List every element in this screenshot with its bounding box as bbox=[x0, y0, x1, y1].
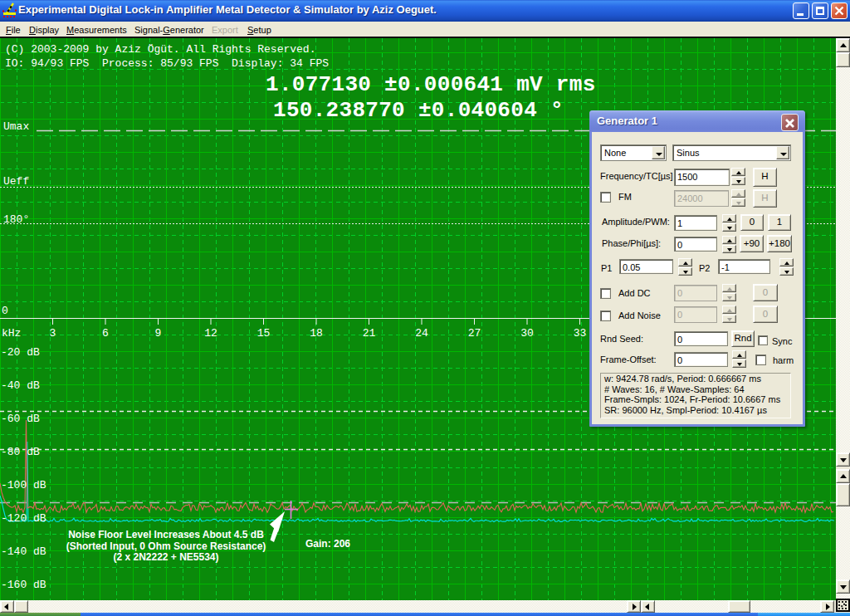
svg-text:0: 0 bbox=[2, 305, 8, 317]
svg-text:-100 dB: -100 dB bbox=[1, 479, 46, 491]
svg-text:IO: 94/93 FPS Process: 85/93: IO: 94/93 FPS Process: 85/93 FPS Display… bbox=[5, 57, 329, 70]
svg-text:21: 21 bbox=[363, 327, 376, 340]
svg-text:-20 dB: -20 dB bbox=[1, 346, 40, 359]
svg-text:30: 30 bbox=[520, 327, 534, 340]
svg-text:-40 dB: -40 dB bbox=[1, 379, 40, 392]
svg-text:18: 18 bbox=[310, 327, 323, 340]
svg-text:(Shorted Input, 0 Ohm Source R: (Shorted Input, 0 Ohm Source Resistance) bbox=[66, 540, 266, 552]
svg-text:27: 27 bbox=[468, 327, 481, 340]
svg-text:24: 24 bbox=[415, 327, 428, 340]
svg-text:-160 dB: -160 dB bbox=[1, 579, 46, 591]
svg-text:-120 dB: -120 dB bbox=[1, 512, 46, 525]
svg-text:1.077130 ±0.000641 mV rms: 1.077130 ±0.000641 mV rms bbox=[266, 72, 596, 97]
svg-text:kHz: kHz bbox=[2, 327, 21, 340]
svg-text:180°: 180° bbox=[3, 213, 29, 226]
svg-text:Ueff: Ueff bbox=[3, 175, 29, 188]
svg-text:Noise Floor Level Increases Ab: Noise Floor Level Increases About 4.5 dB bbox=[68, 529, 264, 540]
svg-text:-80 dB: -80 dB bbox=[1, 446, 40, 458]
svg-text:150.238770 ±0.040604 °: 150.238770 ±0.040604 ° bbox=[273, 98, 564, 123]
svg-text:(2 x 2N2222 + NE5534): (2 x 2N2222 + NE5534) bbox=[113, 551, 218, 563]
svg-text:15: 15 bbox=[257, 327, 271, 340]
svg-text:33: 33 bbox=[574, 327, 587, 340]
svg-text:9: 9 bbox=[155, 327, 162, 340]
svg-text:-140 dB: -140 dB bbox=[1, 545, 46, 558]
svg-text:Gain: 206: Gain: 206 bbox=[305, 538, 350, 550]
svg-text:-60 dB: -60 dB bbox=[1, 413, 40, 425]
svg-text:6: 6 bbox=[102, 327, 109, 340]
svg-text:3: 3 bbox=[50, 327, 56, 340]
svg-text:12: 12 bbox=[204, 327, 217, 340]
svg-text:Umax: Umax bbox=[3, 120, 29, 133]
svg-text:(C) 2003-2009 by Aziz Ögüt. Al: (C) 2003-2009 by Aziz Ögüt. All Rights R… bbox=[5, 43, 315, 56]
